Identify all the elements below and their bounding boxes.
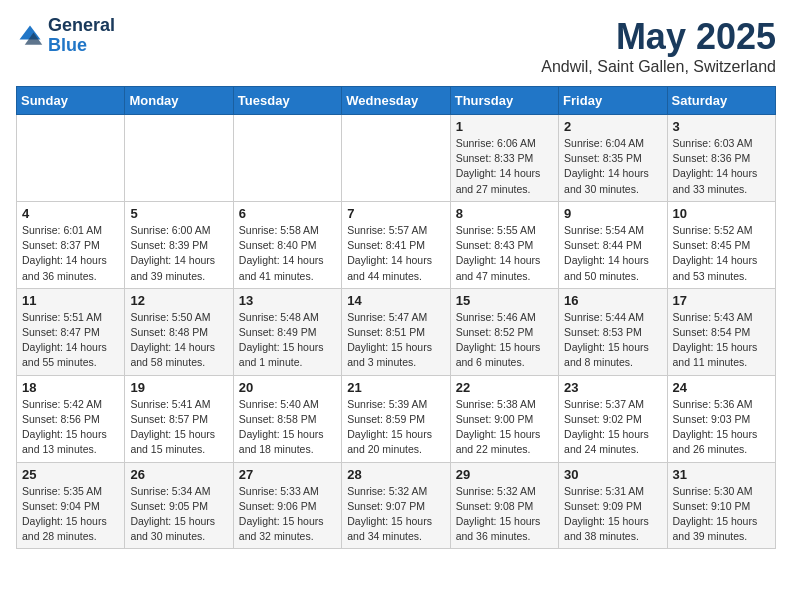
day-info: Sunrise: 5:31 AMSunset: 9:09 PMDaylight:… bbox=[564, 484, 661, 545]
calendar-cell: 4Sunrise: 6:01 AMSunset: 8:37 PMDaylight… bbox=[17, 201, 125, 288]
day-number: 14 bbox=[347, 293, 444, 308]
calendar-cell: 12Sunrise: 5:50 AMSunset: 8:48 PMDayligh… bbox=[125, 288, 233, 375]
header-sunday: Sunday bbox=[17, 87, 125, 115]
calendar-week-row: 18Sunrise: 5:42 AMSunset: 8:56 PMDayligh… bbox=[17, 375, 776, 462]
header-wednesday: Wednesday bbox=[342, 87, 450, 115]
day-info: Sunrise: 5:57 AMSunset: 8:41 PMDaylight:… bbox=[347, 223, 444, 284]
day-number: 5 bbox=[130, 206, 227, 221]
calendar-cell: 15Sunrise: 5:46 AMSunset: 8:52 PMDayligh… bbox=[450, 288, 558, 375]
day-info: Sunrise: 5:36 AMSunset: 9:03 PMDaylight:… bbox=[673, 397, 770, 458]
day-info: Sunrise: 5:33 AMSunset: 9:06 PMDaylight:… bbox=[239, 484, 336, 545]
day-info: Sunrise: 5:39 AMSunset: 8:59 PMDaylight:… bbox=[347, 397, 444, 458]
calendar-cell: 26Sunrise: 5:34 AMSunset: 9:05 PMDayligh… bbox=[125, 462, 233, 549]
day-info: Sunrise: 5:41 AMSunset: 8:57 PMDaylight:… bbox=[130, 397, 227, 458]
day-info: Sunrise: 5:32 AMSunset: 9:07 PMDaylight:… bbox=[347, 484, 444, 545]
page-header: General Blue May 2025 Andwil, Saint Gall… bbox=[16, 16, 776, 76]
calendar-cell: 1Sunrise: 6:06 AMSunset: 8:33 PMDaylight… bbox=[450, 115, 558, 202]
day-info: Sunrise: 5:37 AMSunset: 9:02 PMDaylight:… bbox=[564, 397, 661, 458]
day-number: 31 bbox=[673, 467, 770, 482]
day-info: Sunrise: 5:51 AMSunset: 8:47 PMDaylight:… bbox=[22, 310, 119, 371]
calendar-cell: 14Sunrise: 5:47 AMSunset: 8:51 PMDayligh… bbox=[342, 288, 450, 375]
calendar-cell: 28Sunrise: 5:32 AMSunset: 9:07 PMDayligh… bbox=[342, 462, 450, 549]
day-info: Sunrise: 6:03 AMSunset: 8:36 PMDaylight:… bbox=[673, 136, 770, 197]
calendar-cell: 7Sunrise: 5:57 AMSunset: 8:41 PMDaylight… bbox=[342, 201, 450, 288]
logo-line2: Blue bbox=[48, 35, 87, 55]
calendar-cell: 25Sunrise: 5:35 AMSunset: 9:04 PMDayligh… bbox=[17, 462, 125, 549]
day-number: 27 bbox=[239, 467, 336, 482]
calendar-cell: 3Sunrise: 6:03 AMSunset: 8:36 PMDaylight… bbox=[667, 115, 775, 202]
day-info: Sunrise: 6:01 AMSunset: 8:37 PMDaylight:… bbox=[22, 223, 119, 284]
calendar-header-row: Sunday Monday Tuesday Wednesday Thursday… bbox=[17, 87, 776, 115]
calendar-cell: 24Sunrise: 5:36 AMSunset: 9:03 PMDayligh… bbox=[667, 375, 775, 462]
location-subtitle: Andwil, Saint Gallen, Switzerland bbox=[541, 58, 776, 76]
day-info: Sunrise: 6:00 AMSunset: 8:39 PMDaylight:… bbox=[130, 223, 227, 284]
calendar-cell: 9Sunrise: 5:54 AMSunset: 8:44 PMDaylight… bbox=[559, 201, 667, 288]
header-thursday: Thursday bbox=[450, 87, 558, 115]
month-title: May 2025 bbox=[541, 16, 776, 58]
day-info: Sunrise: 5:43 AMSunset: 8:54 PMDaylight:… bbox=[673, 310, 770, 371]
calendar-cell: 21Sunrise: 5:39 AMSunset: 8:59 PMDayligh… bbox=[342, 375, 450, 462]
day-number: 26 bbox=[130, 467, 227, 482]
calendar-week-row: 4Sunrise: 6:01 AMSunset: 8:37 PMDaylight… bbox=[17, 201, 776, 288]
day-info: Sunrise: 5:42 AMSunset: 8:56 PMDaylight:… bbox=[22, 397, 119, 458]
day-info: Sunrise: 5:34 AMSunset: 9:05 PMDaylight:… bbox=[130, 484, 227, 545]
day-number: 3 bbox=[673, 119, 770, 134]
day-info: Sunrise: 5:30 AMSunset: 9:10 PMDaylight:… bbox=[673, 484, 770, 545]
title-area: May 2025 Andwil, Saint Gallen, Switzerla… bbox=[541, 16, 776, 76]
day-number: 9 bbox=[564, 206, 661, 221]
day-number: 10 bbox=[673, 206, 770, 221]
day-number: 12 bbox=[130, 293, 227, 308]
logo-icon bbox=[16, 22, 44, 50]
day-number: 15 bbox=[456, 293, 553, 308]
day-info: Sunrise: 6:06 AMSunset: 8:33 PMDaylight:… bbox=[456, 136, 553, 197]
day-info: Sunrise: 5:38 AMSunset: 9:00 PMDaylight:… bbox=[456, 397, 553, 458]
day-info: Sunrise: 5:46 AMSunset: 8:52 PMDaylight:… bbox=[456, 310, 553, 371]
logo-line1: General bbox=[48, 15, 115, 35]
day-number: 24 bbox=[673, 380, 770, 395]
header-friday: Friday bbox=[559, 87, 667, 115]
day-info: Sunrise: 5:54 AMSunset: 8:44 PMDaylight:… bbox=[564, 223, 661, 284]
day-number: 29 bbox=[456, 467, 553, 482]
calendar-cell bbox=[233, 115, 341, 202]
day-number: 8 bbox=[456, 206, 553, 221]
day-number: 22 bbox=[456, 380, 553, 395]
calendar-cell: 20Sunrise: 5:40 AMSunset: 8:58 PMDayligh… bbox=[233, 375, 341, 462]
day-info: Sunrise: 6:04 AMSunset: 8:35 PMDaylight:… bbox=[564, 136, 661, 197]
calendar-cell bbox=[342, 115, 450, 202]
calendar-cell: 5Sunrise: 6:00 AMSunset: 8:39 PMDaylight… bbox=[125, 201, 233, 288]
day-number: 16 bbox=[564, 293, 661, 308]
calendar-cell: 27Sunrise: 5:33 AMSunset: 9:06 PMDayligh… bbox=[233, 462, 341, 549]
calendar-cell: 29Sunrise: 5:32 AMSunset: 9:08 PMDayligh… bbox=[450, 462, 558, 549]
calendar-cell: 2Sunrise: 6:04 AMSunset: 8:35 PMDaylight… bbox=[559, 115, 667, 202]
day-number: 19 bbox=[130, 380, 227, 395]
day-info: Sunrise: 5:50 AMSunset: 8:48 PMDaylight:… bbox=[130, 310, 227, 371]
day-number: 6 bbox=[239, 206, 336, 221]
day-number: 7 bbox=[347, 206, 444, 221]
calendar-cell bbox=[125, 115, 233, 202]
calendar-week-row: 25Sunrise: 5:35 AMSunset: 9:04 PMDayligh… bbox=[17, 462, 776, 549]
day-number: 30 bbox=[564, 467, 661, 482]
day-info: Sunrise: 5:44 AMSunset: 8:53 PMDaylight:… bbox=[564, 310, 661, 371]
calendar-cell: 13Sunrise: 5:48 AMSunset: 8:49 PMDayligh… bbox=[233, 288, 341, 375]
day-number: 13 bbox=[239, 293, 336, 308]
calendar-cell: 18Sunrise: 5:42 AMSunset: 8:56 PMDayligh… bbox=[17, 375, 125, 462]
calendar-cell: 11Sunrise: 5:51 AMSunset: 8:47 PMDayligh… bbox=[17, 288, 125, 375]
day-number: 20 bbox=[239, 380, 336, 395]
day-info: Sunrise: 5:32 AMSunset: 9:08 PMDaylight:… bbox=[456, 484, 553, 545]
day-number: 28 bbox=[347, 467, 444, 482]
calendar-cell: 30Sunrise: 5:31 AMSunset: 9:09 PMDayligh… bbox=[559, 462, 667, 549]
calendar-week-row: 1Sunrise: 6:06 AMSunset: 8:33 PMDaylight… bbox=[17, 115, 776, 202]
calendar-cell: 23Sunrise: 5:37 AMSunset: 9:02 PMDayligh… bbox=[559, 375, 667, 462]
day-number: 4 bbox=[22, 206, 119, 221]
day-info: Sunrise: 5:55 AMSunset: 8:43 PMDaylight:… bbox=[456, 223, 553, 284]
day-info: Sunrise: 5:40 AMSunset: 8:58 PMDaylight:… bbox=[239, 397, 336, 458]
day-number: 17 bbox=[673, 293, 770, 308]
header-monday: Monday bbox=[125, 87, 233, 115]
day-info: Sunrise: 5:47 AMSunset: 8:51 PMDaylight:… bbox=[347, 310, 444, 371]
day-number: 1 bbox=[456, 119, 553, 134]
calendar-cell: 8Sunrise: 5:55 AMSunset: 8:43 PMDaylight… bbox=[450, 201, 558, 288]
day-number: 2 bbox=[564, 119, 661, 134]
day-info: Sunrise: 5:52 AMSunset: 8:45 PMDaylight:… bbox=[673, 223, 770, 284]
day-number: 18 bbox=[22, 380, 119, 395]
logo: General Blue bbox=[16, 16, 115, 56]
